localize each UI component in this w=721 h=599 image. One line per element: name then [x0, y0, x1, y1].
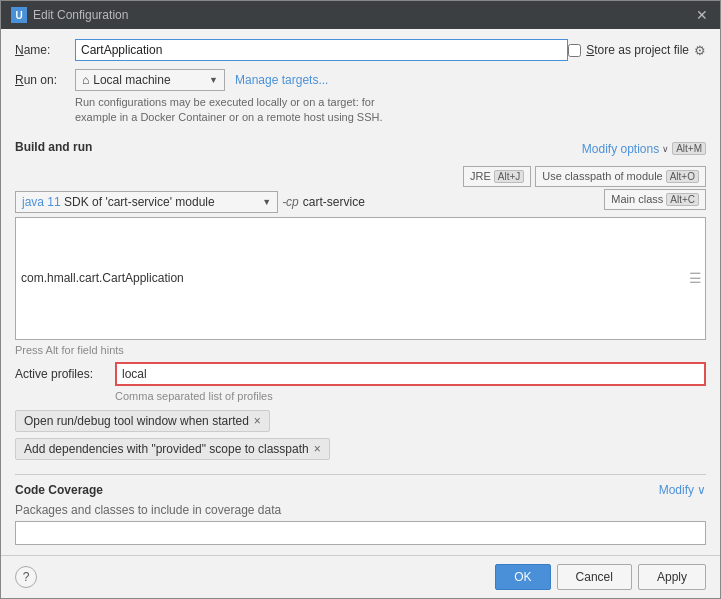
- jre-shortcut: Alt+J: [494, 170, 525, 183]
- gear-icon[interactable]: ⚙: [694, 43, 706, 58]
- build-run-title: Build and run: [15, 140, 92, 154]
- use-classpath-label: Use classpath of module: [542, 170, 662, 182]
- modify-options-shortcut: Alt+M: [672, 142, 706, 155]
- comma-hint: Comma separated list of profiles: [115, 390, 706, 402]
- tag-row: Open run/debug tool window when started …: [15, 410, 706, 432]
- jre-badge: JRE Alt+J: [463, 166, 531, 187]
- dialog-footer: ? OK Cancel Apply: [1, 555, 720, 598]
- modify-coverage-link[interactable]: Modify ∨: [659, 483, 706, 497]
- help-button[interactable]: ?: [15, 566, 37, 588]
- tag-2-label: Add dependencies with "provided" scope t…: [24, 442, 309, 456]
- apply-button[interactable]: Apply: [638, 564, 706, 590]
- tag-1-label: Open run/debug tool window when started: [24, 414, 249, 428]
- footer-left: ?: [15, 566, 37, 588]
- title-bar-left: U Edit Configuration: [11, 7, 128, 23]
- press-alt-hint: Press Alt for field hints: [15, 344, 706, 356]
- main-class-input-wrapper: ☰: [15, 217, 706, 340]
- store-project-label: Store as project file: [586, 43, 689, 57]
- active-profiles-row: Active profiles:: [15, 362, 706, 386]
- main-class-shortcut: Alt+C: [666, 193, 699, 206]
- tag-1-close[interactable]: ×: [254, 414, 261, 428]
- tag-2: Add dependencies with "provided" scope t…: [15, 438, 330, 460]
- edit-configuration-dialog: U Edit Configuration ✕ Name: Store as pr…: [0, 0, 721, 599]
- name-label: Name:: [15, 43, 75, 57]
- dialog-body: Name: Store as project file ⚙ Run on: ⌂ …: [1, 29, 720, 555]
- tag-2-close[interactable]: ×: [314, 442, 321, 456]
- coverage-hint: Packages and classes to include in cover…: [15, 503, 706, 517]
- close-button[interactable]: ✕: [694, 7, 710, 23]
- tag-1: Open run/debug tool window when started …: [15, 410, 270, 432]
- main-class-label: Main class: [611, 193, 663, 205]
- name-input[interactable]: [75, 39, 568, 61]
- run-on-label: Run on:: [15, 73, 75, 87]
- ok-button[interactable]: OK: [495, 564, 550, 590]
- run-on-row: Run on: ⌂ Local machine ▼ Manage targets…: [15, 69, 706, 91]
- modify-options-arrow: ∨: [662, 144, 669, 154]
- build-run-header: Build and run Modify options ∨ Alt+M: [15, 136, 706, 162]
- jre-label: JRE: [470, 170, 491, 182]
- dialog-title: Edit Configuration: [33, 8, 128, 22]
- title-bar: U Edit Configuration ✕: [1, 1, 720, 29]
- sdk-text: java 11 SDK of 'cart-service' module: [22, 195, 215, 209]
- main-class-input[interactable]: [16, 268, 686, 288]
- footer-right: OK Cancel Apply: [495, 564, 706, 590]
- coverage-input-box: [15, 521, 706, 545]
- home-icon: ⌂: [82, 73, 89, 87]
- divider: [15, 474, 706, 475]
- modify-coverage-label: Modify: [659, 483, 694, 497]
- sdk-dropdown-arrow: ▼: [262, 197, 271, 207]
- tag-row-2: Add dependencies with "provided" scope t…: [15, 438, 706, 460]
- run-on-dropdown[interactable]: ⌂ Local machine ▼: [75, 69, 225, 91]
- store-project-checkbox[interactable]: [568, 44, 581, 57]
- modify-options-link[interactable]: Modify options ∨ Alt+M: [582, 142, 706, 156]
- use-classpath-shortcut: Alt+O: [666, 170, 699, 183]
- run-on-hint: Run configurations may be executed local…: [75, 95, 706, 126]
- modify-options-label: Modify options: [582, 142, 659, 156]
- cp-section: -cp cart-service: [282, 195, 531, 209]
- scroll-icon: ☰: [686, 268, 705, 288]
- cp-label: -cp: [282, 195, 299, 209]
- name-row: Name: Store as project file ⚙: [15, 39, 706, 61]
- code-coverage-header: Code Coverage Modify ∨: [15, 483, 706, 497]
- manage-targets-link[interactable]: Manage targets...: [235, 73, 328, 87]
- use-classpath-badge: Use classpath of module Alt+O: [535, 166, 706, 187]
- cp-value: cart-service: [303, 195, 365, 209]
- modify-coverage-arrow: ∨: [697, 483, 706, 497]
- run-on-value: Local machine: [93, 73, 170, 87]
- chevron-down-icon: ▼: [209, 75, 218, 85]
- active-profiles-input[interactable]: [115, 362, 706, 386]
- store-project-row: Store as project file ⚙: [568, 43, 706, 58]
- active-profiles-label: Active profiles:: [15, 367, 115, 381]
- right-badges: Use classpath of module Alt+O Main class…: [535, 166, 706, 210]
- cancel-button[interactable]: Cancel: [557, 564, 632, 590]
- app-icon: U: [11, 7, 27, 23]
- sdk-dropdown[interactable]: java 11 SDK of 'cart-service' module ▼: [15, 191, 278, 213]
- main-class-badge: Main class Alt+C: [604, 189, 706, 210]
- code-coverage-title: Code Coverage: [15, 483, 103, 497]
- build-row-1: JRE Alt+J: [15, 166, 531, 187]
